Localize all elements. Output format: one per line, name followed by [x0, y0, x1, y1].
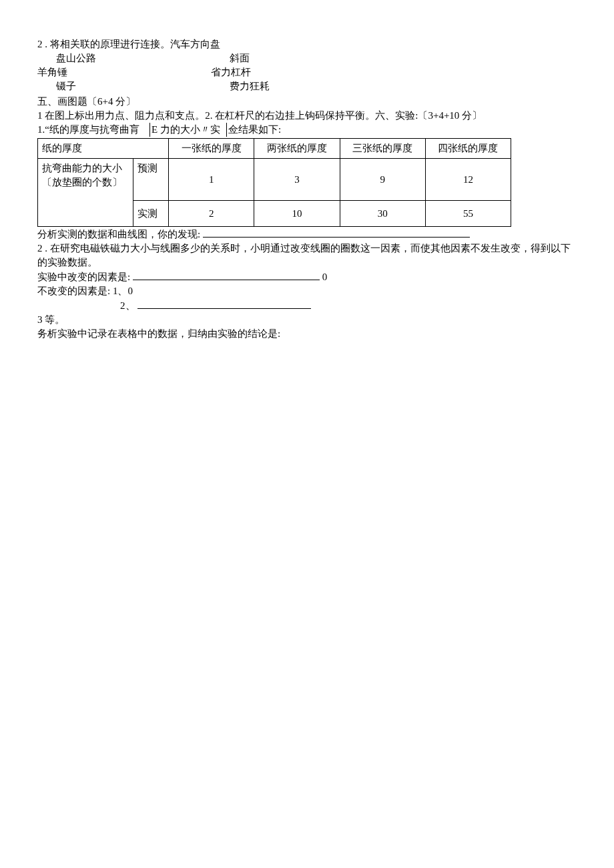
- header-cell: 纸的厚度: [38, 139, 169, 159]
- header-cell: 一张纸的厚度: [169, 139, 254, 159]
- pair-row: 羊角锤 省力杠杆: [37, 65, 577, 79]
- row-label-cell: 抗弯曲能力的大小〔放垫圈的个数〕: [38, 159, 133, 227]
- intro-part-b: E 力的大小〃实: [149, 123, 227, 137]
- pair-left: 镊子: [37, 79, 230, 93]
- section-5-q1: 1 在图上标出用力点、阻力点和支点。2. 在杠杆尺的右边挂上钩码保持平衡。六、实…: [37, 109, 577, 123]
- pair-right: 费力狂耗: [230, 79, 270, 93]
- analysis-line: 分析实测的数据和曲线图，你的发现:: [37, 227, 577, 242]
- header-cell: 四张纸的厚度: [425, 139, 511, 159]
- measure-label-cell: 实测: [133, 201, 169, 227]
- blank-line[interactable]: [137, 298, 311, 309]
- question-2-intro: 2 . 将相关联的原理进行连接。汽车方向盘: [37, 37, 577, 51]
- unchanged-2-label: 2、: [120, 300, 135, 311]
- unchanged-factor-2-line: 2、: [37, 298, 577, 313]
- line-3: 3 等。: [37, 313, 577, 327]
- data-cell: 1: [169, 159, 254, 201]
- analysis-label: 分析实测的数据和曲线图，你的发现:: [37, 229, 200, 240]
- data-cell: 9: [340, 159, 425, 201]
- predict-label-cell: 预测: [133, 159, 169, 201]
- data-cell: 10: [254, 201, 340, 227]
- pair-right: 斜面: [230, 51, 250, 65]
- header-cell: 三张纸的厚度: [340, 139, 425, 159]
- experiment-2-intro: 2 . 在研究电磁铁磁力大小与线圈多少的关系时，小明通过改变线圈的圈数这一因素，…: [37, 242, 577, 270]
- data-cell: 2: [169, 201, 254, 227]
- table-row: 抗弯曲能力的大小〔放垫圈的个数〕 预测 1 3 9 12: [38, 159, 511, 201]
- section-5-title: 五、画图题〔6+4 分〕: [37, 95, 577, 109]
- data-cell: 3: [254, 159, 340, 201]
- experiment-1-intro: 1.“纸的厚度与抗弯曲肓 E 力的大小〃实 佥结果如下:: [37, 123, 577, 137]
- pair-left: 羊角锤: [37, 65, 211, 79]
- intro-part-c: 佥结果如下:: [227, 123, 281, 137]
- changed-factor-line: 实验中改变的因素是: 0: [37, 270, 577, 284]
- header-cell: 两张纸的厚度: [254, 139, 340, 159]
- data-table: 纸的厚度 一张纸的厚度 两张纸的厚度 三张纸的厚度 四张纸的厚度 抗弯曲能力的大…: [37, 138, 511, 227]
- pair-left: 盘山公路: [37, 51, 230, 65]
- changed-label: 实验中改变的因素是:: [37, 272, 130, 282]
- pair-row: 镊子 费力狂耗: [37, 79, 577, 93]
- blank-line[interactable]: [133, 270, 320, 280]
- data-cell: 55: [425, 201, 511, 227]
- blank-line[interactable]: [203, 227, 470, 238]
- intro-part-a: 1.“纸的厚度与抗弯曲肓: [37, 123, 149, 137]
- data-cell: 30: [340, 201, 425, 227]
- table-header-row: 纸的厚度 一张纸的厚度 两张纸的厚度 三张纸的厚度 四张纸的厚度: [38, 139, 511, 159]
- changed-tail: 0: [322, 272, 328, 282]
- conclusion-line: 务析实验中记录在表格中的数据，归纳由实验的结论是:: [37, 327, 577, 341]
- pair-row: 盘山公路 斜面: [37, 51, 577, 65]
- pair-right: 省力杠杆: [211, 65, 251, 79]
- unchanged-factor-line: 不改变的因素是: 1、0: [37, 284, 577, 298]
- data-cell: 12: [425, 159, 511, 201]
